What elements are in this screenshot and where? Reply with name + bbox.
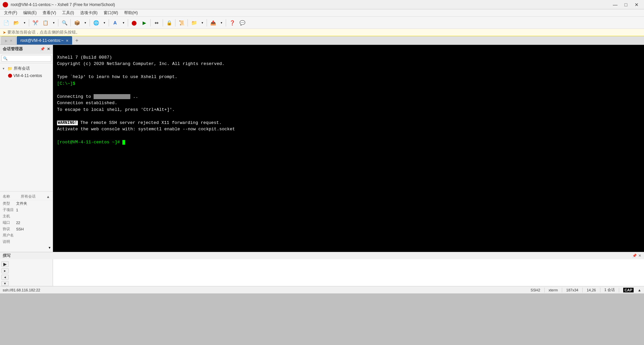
prop-port-value: 22 [16, 221, 20, 225]
status-arrow-up: ▲ [638, 288, 641, 292]
toolbar-help-btn[interactable]: ❓ [227, 18, 237, 27]
compose-forward-btn[interactable]: ▸ [1, 268, 9, 273]
toolbar-sep11 [207, 19, 207, 26]
prop-type-value: 文件夹 [16, 201, 27, 206]
minimize-button[interactable]: — [610, 1, 620, 8]
toolbar-open-btn[interactable]: 📂 [11, 18, 21, 27]
toolbar-script-btn[interactable]: 📜 [177, 18, 186, 27]
sidebar-pin-icon[interactable]: 📌 [40, 47, 45, 51]
compose-back-btn[interactable]: ◂ [1, 275, 9, 280]
menu-tabs[interactable]: 选项卡(B) [77, 9, 100, 16]
sidebar-search-input[interactable] [1, 55, 51, 62]
menu-file[interactable]: 文件(F) [1, 9, 20, 16]
compose-sidebar: ▶ ▸ ◂ ▾ [0, 259, 53, 286]
toolbar-sep2 [58, 19, 58, 26]
prop-protocol-label: 协议 [3, 226, 16, 231]
toolbar-go-btn[interactable]: ▶ [140, 18, 149, 27]
toolbar-cut-btn[interactable]: ✂️ [31, 18, 40, 27]
menu-window[interactable]: 窗口(W) [101, 9, 121, 16]
menu-help[interactable]: 帮助(H) [121, 9, 141, 16]
toolbar-dropdown7[interactable]: ▾ [218, 18, 224, 27]
tab-local-close[interactable]: ✕ [10, 39, 12, 43]
cursor [122, 140, 125, 145]
toolbar-sep6 [128, 19, 128, 26]
sidebar-title: 会话管理器 [3, 46, 23, 52]
tab-new-button[interactable]: + [73, 36, 81, 45]
tree-all-sessions-label: 所有会话 [14, 66, 30, 71]
toolbar-sep7 [150, 19, 151, 26]
prop-children-label: 子项目 [3, 207, 16, 212]
maximize-button[interactable]: □ [621, 1, 631, 8]
compose-textarea[interactable] [53, 259, 644, 286]
compose-close-icon[interactable]: ✕ [638, 254, 641, 258]
term-line5: [C:\~]$ [57, 81, 75, 86]
prop-collapse-icon[interactable]: ▾ [49, 246, 51, 250]
toolbar-copy-btn[interactable]: 📋 [41, 18, 50, 27]
window-controls: — □ ✕ [610, 1, 641, 8]
tree-session-label: VM-4-11-centos [13, 73, 42, 78]
toolbar-dropdown4[interactable]: ▾ [101, 18, 107, 27]
prop-note-label: 说明 [3, 239, 16, 244]
sidebar-tree: ▾ 📁 所有会话 VM-4-11-centos [0, 63, 53, 191]
toolbar-sep4 [90, 19, 90, 26]
compose-send-btn[interactable]: ▶ [1, 261, 9, 267]
sidebar-search-container [0, 54, 53, 63]
compose-pin-icon[interactable]: 📌 [632, 254, 637, 258]
compose-down-btn[interactable]: ▾ [1, 281, 9, 286]
toolbar-lock-btn[interactable]: 🔒 [164, 18, 174, 27]
toolbar-xftp-btn[interactable]: 📤 [208, 18, 218, 27]
toolbar-stop-btn[interactable]: ⬤ [129, 18, 139, 27]
properties-panel: 名称 所有会话 ▲ 类型 文件夹 子项目 1 主机 端口 22 协议 [0, 191, 53, 252]
tab-ssh[interactable]: root@VM-4-11-centos:~ ✕ [17, 36, 72, 45]
toolbar-sep1 [29, 19, 29, 26]
close-button[interactable]: ✕ [632, 1, 641, 8]
toolbar-dropdown3[interactable]: ▾ [82, 18, 88, 27]
toolbar-chat-btn[interactable]: 💬 [237, 18, 247, 27]
tab-local-icon: ▶ [5, 39, 8, 43]
status-sep2 [562, 288, 562, 292]
toolbar-dropdown2[interactable]: ▾ [51, 18, 57, 27]
status-dimensions: 187x34 [566, 288, 578, 292]
sidebar-header: 会话管理器 📌 ✕ [0, 45, 53, 54]
status-sessions: 1 会话 [604, 287, 615, 292]
title-text: root@VM-4-11-centos:~ - Xshell 7 (Free f… [11, 2, 115, 7]
term-line4: Type `help' to learn how to use Xshell p… [57, 74, 177, 79]
compose-controls: 📌 ✕ [632, 254, 641, 258]
menu-tools[interactable]: 工具(I) [59, 9, 76, 16]
prop-children: 子项目 1 [0, 207, 53, 213]
tree-session-item[interactable]: VM-4-11-centos [0, 72, 53, 79]
term-line9: To escape to local shell, press 'Ctrl+Al… [57, 107, 175, 112]
prop-sort-header[interactable]: 名称 所有会话 ▲ [0, 193, 53, 200]
toolbar-sep5 [109, 19, 109, 26]
compose-label: 撰写 [3, 253, 11, 259]
prop-protocol-value: SSH [16, 227, 24, 231]
toolbar-dropdown1[interactable]: ▾ [21, 18, 28, 27]
tab-ssh-close[interactable]: ✕ [66, 39, 68, 43]
toolbar: 📄 📂 ▾ ✂️ 📋 ▾ 🔍 📦 ▾ 🌐 ▾ A ▾ ⬤ ▶ ⇔ 🔒 📜 📁 ▾… [0, 17, 644, 29]
sidebar: 会话管理器 📌 ✕ ▾ 📁 所有会话 VM-4-11-centos 名称 [0, 45, 53, 252]
status-sep4 [600, 288, 600, 292]
toolbar-globe-btn[interactable]: 🌐 [91, 18, 101, 27]
tree-all-sessions[interactable]: ▾ 📁 所有会话 [0, 65, 53, 72]
toolbar-dropdown6[interactable]: ▾ [199, 18, 205, 27]
prop-children-value: 1 [16, 208, 18, 212]
prop-note: 说明 [0, 238, 53, 245]
toolbar-color-btn[interactable]: A [110, 18, 120, 27]
toolbar-new-btn[interactable]: 📄 [1, 18, 11, 27]
status-sep5 [619, 288, 619, 292]
toolbar-dropdown5[interactable]: ▾ [120, 18, 126, 27]
sidebar-close-icon[interactable]: ✕ [47, 47, 50, 51]
toolbar-resize-btn[interactable]: ⇔ [152, 18, 161, 27]
expand-icon: ▾ [3, 67, 6, 70]
prop-type: 类型 文件夹 [0, 200, 53, 207]
tab-local[interactable]: ▶ ✕ [1, 36, 16, 45]
toolbar-transfer-btn[interactable]: 📦 [72, 18, 82, 27]
menu-edit[interactable]: 编辑(E) [20, 9, 39, 16]
toolbar-sftp-btn[interactable]: 📁 [189, 18, 199, 27]
toolbar-search-btn[interactable]: 🔍 [60, 18, 69, 27]
terminal-output: Xshell 7 (Build 0087) Copyright (c) 2020… [53, 45, 644, 155]
status-connection: ssh://81.68.116.182:22 [3, 288, 40, 292]
menu-view[interactable]: 查看(V) [40, 9, 59, 16]
main-area: 会话管理器 📌 ✕ ▾ 📁 所有会话 VM-4-11-centos 名称 [0, 45, 644, 252]
terminal-container[interactable]: Xshell 7 (Build 0087) Copyright (c) 2020… [53, 45, 644, 252]
